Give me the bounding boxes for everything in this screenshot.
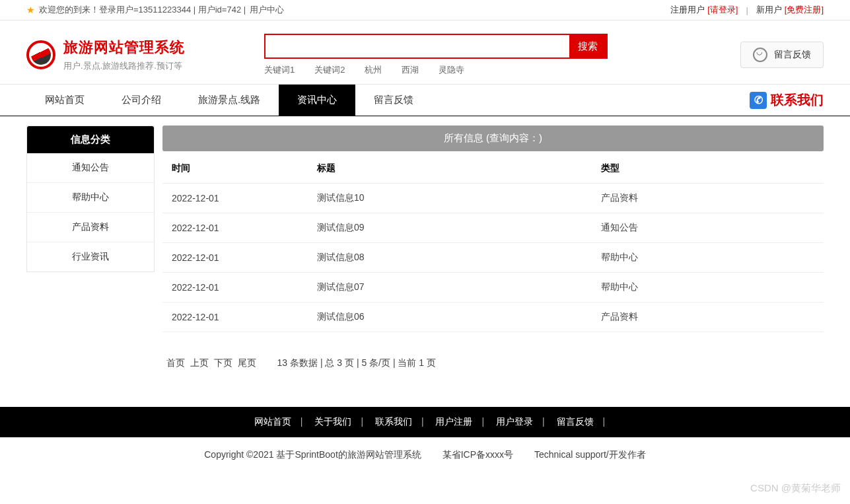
- col-time: 时间: [162, 154, 308, 184]
- main-nav: 网站首页 公司介绍 旅游景点.线路 资讯中心 留言反馈: [26, 85, 432, 116]
- nav-news[interactable]: 资讯中心: [279, 85, 355, 116]
- icp-text: 某省ICP备xxxx号: [443, 449, 513, 460]
- topbar-left: ★ 欢迎您的到来！登录用户=13511223344 | 用户id=742 | 用…: [26, 4, 284, 16]
- keywords-row: 关键词1 关键词2 杭州 西湖 灵隐寺: [264, 64, 608, 76]
- pager-first[interactable]: 首页: [166, 357, 185, 368]
- separator: |: [746, 5, 748, 15]
- keyword-link[interactable]: 关键词2: [314, 64, 345, 76]
- footer-link[interactable]: 联系我们: [375, 416, 412, 427]
- content-title: 所有信息 (查询内容：): [162, 126, 824, 151]
- cell-type: 帮助中心: [592, 273, 824, 303]
- nav-company[interactable]: 公司介绍: [103, 85, 180, 116]
- keyword-link[interactable]: 西湖: [402, 64, 419, 76]
- sidebar-item-industry[interactable]: 行业资讯: [27, 242, 154, 271]
- table-row[interactable]: 2022-12-01测试信息10产品资料: [162, 184, 824, 213]
- cell-title: 测试信息10: [308, 184, 592, 213]
- brand: 旅游网站管理系统 用户.景点.旅游线路推荐.预订等: [26, 38, 185, 72]
- nav-feedback[interactable]: 留言反馈: [355, 85, 432, 116]
- search-box: 搜索: [264, 34, 608, 59]
- nav-routes[interactable]: 旅游景点.线路: [180, 85, 279, 116]
- new-user-label: 新用户: [756, 4, 782, 16]
- cell-title: 测试信息09: [308, 213, 592, 243]
- pager-next[interactable]: 下页: [214, 357, 232, 368]
- cell-title: 测试信息07: [308, 273, 592, 303]
- cell-type: 产品资料: [592, 184, 824, 213]
- pager-last[interactable]: 尾页: [238, 357, 256, 368]
- site-title: 旅游网站管理系统: [63, 38, 185, 57]
- usercenter-link[interactable]: 用户中心: [250, 4, 284, 16]
- free-reg-link[interactable]: [免费注册]: [785, 4, 824, 16]
- nav-home[interactable]: 网站首页: [26, 85, 103, 116]
- cell-title: 测试信息06: [308, 303, 592, 332]
- reg-label: 注册用户: [670, 4, 705, 16]
- cell-type: 产品资料: [592, 303, 824, 332]
- pager: 首页 上页 下页 尾页 13 条数据 | 总 3 页 | 5 条/页 | 当前 …: [162, 352, 824, 375]
- footer-link[interactable]: 用户注册: [435, 416, 472, 427]
- nav-wrap: 网站首页 公司介绍 旅游景点.线路 资讯中心 留言反馈 ✆ 联系我们: [0, 84, 850, 116]
- keyword-link[interactable]: 杭州: [365, 64, 382, 76]
- cell-time: 2022-12-01: [162, 213, 308, 243]
- table-header-row: 时间 标题 类型: [162, 154, 824, 184]
- cell-time: 2022-12-01: [162, 184, 308, 213]
- contact-us-link[interactable]: ✆ 联系我们: [750, 91, 824, 109]
- site-subtitle: 用户.景点.旅游线路推荐.预订等: [63, 60, 185, 72]
- topbar-right: 注册用户 [请登录] | 新用户 [免费注册]: [670, 4, 824, 16]
- contact-us-label: 联系我们: [771, 91, 824, 109]
- col-type: 类型: [592, 154, 824, 184]
- brand-text: 旅游网站管理系统 用户.景点.旅游线路推荐.预订等: [63, 38, 185, 72]
- topbar: ★ 欢迎您的到来！登录用户=13511223344 | 用户id=742 | 用…: [0, 0, 850, 20]
- content: 所有信息 (查询内容：) 时间 标题 类型 2022-12-01测试信息10产品…: [162, 126, 824, 384]
- cell-time: 2022-12-01: [162, 303, 308, 332]
- sidebar-title: 信息分类: [27, 126, 154, 153]
- sidebar-item-notice[interactable]: 通知公告: [27, 153, 154, 183]
- copyright-text: Copyright ©2021 基于SprintBoot的旅游网站管理系统: [204, 449, 421, 460]
- login-link[interactable]: [请登录]: [707, 4, 738, 16]
- table-row[interactable]: 2022-12-01测试信息07帮助中心: [162, 273, 824, 303]
- footer-copyright: Copyright ©2021 基于SprintBoot的旅游网站管理系统 某省…: [0, 437, 850, 473]
- cell-type: 帮助中心: [592, 243, 824, 273]
- cell-time: 2022-12-01: [162, 243, 308, 273]
- search-button[interactable]: 搜索: [569, 35, 606, 57]
- table-row[interactable]: 2022-12-01测试信息09通知公告: [162, 213, 824, 243]
- footer-nav: 网站首页| 关于我们| 联系我们| 用户注册| 用户登录| 留言反馈|: [0, 407, 850, 437]
- logo-icon: [26, 40, 55, 69]
- footer-link[interactable]: 留言反馈: [557, 416, 594, 427]
- cell-title: 测试信息08: [308, 243, 592, 273]
- feedback-button[interactable]: 留言反馈: [740, 42, 824, 68]
- star-icon: ★: [26, 5, 35, 15]
- col-title: 标题: [308, 154, 592, 184]
- footer-link[interactable]: 关于我们: [314, 416, 351, 427]
- headset-icon: [753, 48, 767, 62]
- feedback-label: 留言反馈: [774, 49, 811, 61]
- cell-time: 2022-12-01: [162, 273, 308, 303]
- sidebar-item-help[interactable]: 帮助中心: [27, 183, 154, 213]
- keyword-link[interactable]: 灵隐寺: [439, 64, 464, 76]
- data-table: 时间 标题 类型 2022-12-01测试信息10产品资料2022-12-01测…: [162, 154, 824, 332]
- cell-type: 通知公告: [592, 213, 824, 243]
- keyword-link[interactable]: 关键词1: [264, 64, 295, 76]
- header: 旅游网站管理系统 用户.景点.旅游线路推荐.预订等 搜索 关键词1 关键词2 杭…: [0, 20, 850, 84]
- welcome-text: 欢迎您的到来！登录用户=13511223344 | 用户id=742 |: [39, 4, 246, 16]
- tech-support: Technical support/开发作者: [534, 449, 646, 460]
- pager-prev[interactable]: 上页: [190, 357, 209, 368]
- main-area: 信息分类 通知公告 帮助中心 产品资料 行业资讯 所有信息 (查询内容：) 时间…: [0, 116, 850, 394]
- footer-link[interactable]: 网站首页: [254, 416, 291, 427]
- sidebar-item-product[interactable]: 产品资料: [27, 213, 154, 242]
- footer-link[interactable]: 用户登录: [496, 416, 533, 427]
- phone-icon: ✆: [750, 92, 767, 109]
- table-row[interactable]: 2022-12-01测试信息08帮助中心: [162, 243, 824, 273]
- search-area: 搜索 关键词1 关键词2 杭州 西湖 灵隐寺: [264, 34, 608, 76]
- table-row[interactable]: 2022-12-01测试信息06产品资料: [162, 303, 824, 332]
- search-input[interactable]: [266, 35, 569, 57]
- sidebar: 信息分类 通知公告 帮助中心 产品资料 行业资讯: [26, 126, 155, 272]
- pager-info: 13 条数据 | 总 3 页 | 5 条/页 | 当前 1 页: [277, 357, 436, 368]
